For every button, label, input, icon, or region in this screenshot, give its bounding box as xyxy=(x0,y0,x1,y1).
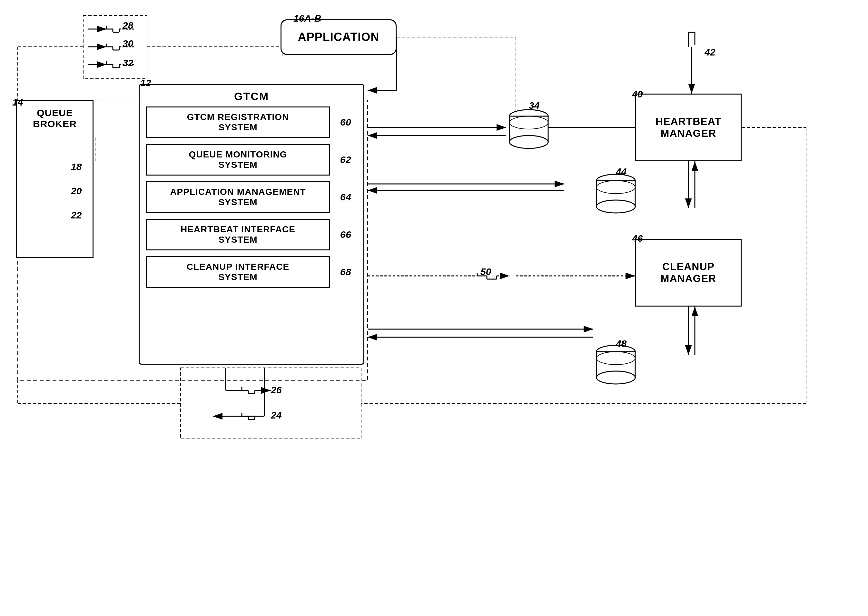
ref-16ab: 16A-B xyxy=(293,13,321,24)
ref-20: 20 xyxy=(71,185,81,196)
ref-30: 30 xyxy=(122,38,133,49)
ref-60: 60 xyxy=(340,117,351,128)
diagram-svg xyxy=(0,0,868,616)
queue-broker-label: QUEUE BROKER xyxy=(33,107,77,129)
ref-64: 64 xyxy=(340,192,351,203)
cleanup-interface-label: CLEANUP INTERFACE SYSTEM xyxy=(187,262,289,282)
app-management-box: APPLICATION MANAGEMENT SYSTEM 64 xyxy=(146,181,330,213)
application-label: APPLICATION xyxy=(298,30,379,44)
ref-28: 28 xyxy=(122,20,133,31)
ref-24: 24 xyxy=(271,410,282,421)
diagram-container: APPLICATION 16A-B GTCM GTCM REGISTRATION… xyxy=(0,0,868,616)
ref-62: 62 xyxy=(340,154,351,165)
ref-68: 68 xyxy=(340,267,351,278)
ref-50: 50 xyxy=(480,266,491,277)
ref-34: 34 xyxy=(529,100,539,111)
gtcm-registration-label: GTCM REGISTRATION SYSTEM xyxy=(187,112,289,133)
heartbeat-interface-label: HEARTBEAT INTERFACE SYSTEM xyxy=(180,224,295,245)
ref-18: 18 xyxy=(71,161,81,172)
ref-14: 14 xyxy=(12,97,23,108)
ref-46: 46 xyxy=(632,233,642,244)
ref-40: 40 xyxy=(632,89,642,100)
ref-26: 26 xyxy=(271,385,282,396)
cleanup-interface-box: CLEANUP INTERFACE SYSTEM 68 xyxy=(146,256,330,288)
svg-rect-98 xyxy=(180,368,361,439)
gtcm-registration-box: GTCM REGISTRATION SYSTEM 60 xyxy=(146,107,330,138)
svg-rect-4 xyxy=(83,16,147,79)
queue-monitoring-label: QUEUE MONITORING SYSTEM xyxy=(189,149,287,170)
db-44 xyxy=(593,171,638,216)
queue-broker-box: QUEUE BROKER xyxy=(16,100,94,258)
db-34 xyxy=(506,107,552,152)
ref-22: 22 xyxy=(71,210,81,221)
ref-48: 48 xyxy=(616,338,627,349)
ref-42: 42 xyxy=(705,47,715,58)
heartbeat-interface-box: HEARTBEAT INTERFACE SYSTEM 66 xyxy=(146,219,330,250)
queue-monitoring-box: QUEUE MONITORING SYSTEM 62 xyxy=(146,144,330,176)
cleanup-manager-label: CLEANUP MANAGER xyxy=(661,261,716,284)
cleanup-manager-box: CLEANUP MANAGER xyxy=(635,239,742,306)
svg-point-115 xyxy=(597,371,635,384)
svg-point-107 xyxy=(509,135,548,148)
app-management-label: APPLICATION MANAGEMENT SYSTEM xyxy=(170,187,306,207)
ref-44: 44 xyxy=(616,166,627,177)
gtcm-outer-box: GTCM GTCM REGISTRATION SYSTEM 60 QUEUE M… xyxy=(139,84,364,365)
heartbeat-manager-label: HEARTBEAT MANAGER xyxy=(655,116,721,140)
svg-point-111 xyxy=(597,200,635,213)
gtcm-title: GTCM xyxy=(234,90,269,103)
ref-12: 12 xyxy=(140,77,151,88)
ref-32: 32 xyxy=(122,57,133,68)
application-box: APPLICATION xyxy=(280,19,396,55)
ref-66: 66 xyxy=(340,229,351,240)
heartbeat-manager-box: HEARTBEAT MANAGER xyxy=(635,94,742,161)
